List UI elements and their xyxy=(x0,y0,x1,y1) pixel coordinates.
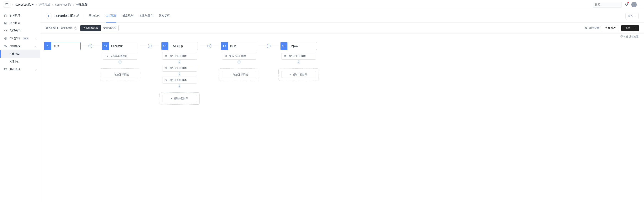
project-dropdown[interactable]: serverlesslife ▾ xyxy=(16,3,34,6)
tab-trigger-rules[interactable]: 触发规则 xyxy=(122,9,133,23)
text-editor-button[interactable]: 文本编辑器 xyxy=(100,25,118,31)
chevron-down-icon: ⌄ xyxy=(638,3,640,6)
add-stage-button[interactable]: + xyxy=(88,44,92,48)
add-parallel-label: 增加并行阶段 xyxy=(114,73,129,76)
stage-connector: + xyxy=(259,42,278,50)
stage-name: Build xyxy=(228,42,257,50)
add-task-button[interactable]: + xyxy=(178,72,181,76)
sidebar-item-label: 代码仓库 xyxy=(10,29,20,33)
stage-number: 4-1 xyxy=(221,42,228,50)
task-item[interactable]: 执行 Shell 脚本 xyxy=(162,77,197,83)
parallel-zone: +增加并行阶段 xyxy=(100,68,140,81)
page-title: serverlesslife xyxy=(54,14,75,18)
add-stage-button[interactable]: + xyxy=(207,44,212,48)
discard-button[interactable]: 丢弃修改 xyxy=(602,25,619,31)
plus-icon: + xyxy=(230,73,232,76)
stage-node[interactable]: 5-1Deploy xyxy=(280,42,317,50)
stage-connector: + xyxy=(200,42,219,50)
search-field[interactable] xyxy=(595,3,627,6)
code-icon xyxy=(105,55,108,58)
parallel-zone: +增加并行阶段 xyxy=(278,68,319,81)
chevron-right-icon: › xyxy=(35,37,36,40)
svg-point-0 xyxy=(6,4,8,5)
sidebar-item-build-node[interactable]: 构建节点 xyxy=(0,58,40,65)
add-task-button[interactable]: + xyxy=(178,60,181,64)
sidebar-item-overview[interactable]: 项目概览 xyxy=(0,12,40,19)
stage-node[interactable]: 2-1Checkout xyxy=(102,42,138,50)
beta-badge: beta xyxy=(23,37,28,40)
add-parallel-label: 增加并行阶段 xyxy=(174,97,188,100)
svg-point-28 xyxy=(226,56,226,57)
svg-point-30 xyxy=(285,55,285,56)
crumb-sep: › xyxy=(36,3,37,6)
canvas-settings-link[interactable]: 构建过程设置 xyxy=(40,34,644,40)
svg-point-22 xyxy=(166,79,166,79)
stage-node[interactable]: 3-1EnvSetUp xyxy=(161,42,198,50)
sidebar-item-artifacts[interactable]: 制品管理 › xyxy=(0,65,40,73)
tab-process-config[interactable]: 流程配置 xyxy=(106,9,116,23)
notifications-button[interactable] xyxy=(625,3,628,7)
add-stage-button[interactable]: + xyxy=(267,44,271,48)
add-task-button[interactable]: + xyxy=(118,60,122,64)
logo[interactable] xyxy=(4,2,10,8)
add-parallel-stage-button[interactable]: +增加并行阶段 xyxy=(281,71,316,78)
add-parallel-stage-button[interactable]: +增加并行阶段 xyxy=(162,95,197,102)
sliders-icon xyxy=(165,79,168,81)
stage-node[interactable]: 4-1Build xyxy=(221,42,257,50)
edit-button[interactable] xyxy=(76,14,79,18)
task-item[interactable]: 执行 Shell 脚本 xyxy=(162,65,197,72)
crumb-sep: › xyxy=(12,3,13,6)
sidebar-item-repo[interactable]: 代码仓库 xyxy=(0,27,40,35)
crumb-sep: / xyxy=(73,3,74,6)
tab-notifications[interactable]: 通知提醒 xyxy=(159,9,170,23)
actions-dropdown[interactable]: 操作 ⌄ xyxy=(626,13,638,19)
sidebar-item-label: 项目概览 xyxy=(10,14,20,17)
stage-name: Deploy xyxy=(288,42,316,50)
task-label: 执行 Shell 脚本 xyxy=(229,54,246,58)
breadcrumb[interactable]: 持续集成 xyxy=(39,3,50,6)
sidebar-item-ci[interactable]: 持续集成 ⌄ xyxy=(0,42,40,50)
package-icon xyxy=(4,68,7,71)
task-item[interactable]: 执行 Shell 脚本 xyxy=(281,53,316,60)
add-task-button[interactable]: + xyxy=(237,60,241,64)
search-input[interactable] xyxy=(593,2,622,8)
help-icon[interactable]: ? xyxy=(74,27,78,30)
actions-label: 操作 xyxy=(628,14,633,18)
topbar: › serverlesslife ▾ › 持续集成 / serverlessli… xyxy=(0,0,644,9)
add-task-button[interactable]: + xyxy=(297,60,300,64)
stage-name: EnvSetUp xyxy=(168,42,198,50)
sidebar: 项目概览 项目协同 代码仓库 代码扫描 beta › 持续集成 ⌄ 构建计划 构… xyxy=(0,9,40,202)
task-item[interactable]: 执行 Shell 脚本 xyxy=(222,53,256,60)
back-button[interactable] xyxy=(46,13,52,19)
arrow-left-icon xyxy=(47,15,50,18)
env-vars-button[interactable]: 环境变量 xyxy=(584,26,600,30)
save-button[interactable]: 保存 xyxy=(621,25,633,31)
breadcrumb[interactable]: serverlesslife xyxy=(55,3,71,6)
sidebar-item-build-plan[interactable]: 构建计划 xyxy=(0,50,40,58)
pencil-icon xyxy=(76,14,79,17)
svg-point-14 xyxy=(166,55,166,56)
sidebar-item-collab[interactable]: 项目协同 xyxy=(0,19,40,27)
add-task-button[interactable]: + xyxy=(178,84,181,88)
add-parallel-stage-button[interactable]: +增加并行阶段 xyxy=(222,71,256,78)
scan-icon xyxy=(4,37,7,40)
editor-mode-toggle: 图形化编辑器 文本编辑器 xyxy=(80,25,119,31)
tab-basic-info[interactable]: 基础信息 xyxy=(89,9,100,23)
svg-point-26 xyxy=(225,55,226,56)
stage-name: 开始 xyxy=(51,42,80,50)
sidebar-item-scan[interactable]: 代码扫描 beta › xyxy=(0,35,40,42)
pipeline-canvas: 1开始+2-1Checkout从代码仓库检出++增加并行阶段+3-1EnvSet… xyxy=(40,40,644,112)
plus-icon: + xyxy=(171,97,172,100)
stage-number: 1 xyxy=(44,42,51,50)
user-menu[interactable]: do ⌄ xyxy=(631,2,640,7)
task-label: 执行 Shell 脚本 xyxy=(170,78,187,82)
add-parallel-stage-button[interactable]: +增加并行阶段 xyxy=(103,71,137,78)
add-stage-button[interactable]: + xyxy=(148,44,152,48)
config-type-label: 静态配置的 Jenkinsfile ? xyxy=(46,26,78,30)
save-more-button[interactable]: ⋮ xyxy=(633,25,638,31)
graphical-editor-button[interactable]: 图形化编辑器 xyxy=(80,25,100,31)
task-item[interactable]: 执行 Shell 脚本 xyxy=(162,53,197,60)
task-item[interactable]: 从代码仓库检出 xyxy=(103,53,137,60)
tab-vars-cache[interactable]: 变量与缓存 xyxy=(140,9,153,23)
stage-node[interactable]: 1开始 xyxy=(44,42,81,50)
